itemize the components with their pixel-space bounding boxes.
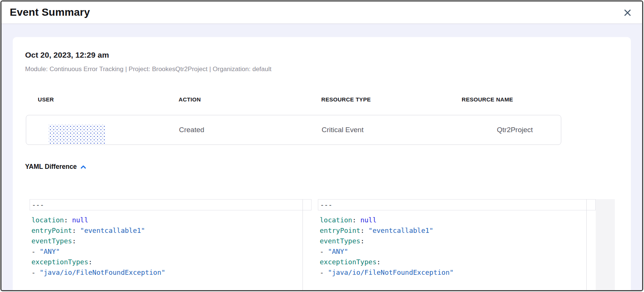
code-line: - "java/io/FileNotFoundException" <box>30 267 312 278</box>
yaml-diff-viewer: --- location: nullentryPoint: "eventcall… <box>30 199 615 290</box>
code-token: : <box>352 216 361 224</box>
code-token: "eventcallable1" <box>80 226 145 234</box>
code-line: entryPoint: "eventcallable1" <box>318 225 596 236</box>
code-line: location: null <box>30 215 312 225</box>
pane-divider <box>586 199 587 290</box>
code-token: eventTypes <box>320 237 360 245</box>
code-line: eventTypes: <box>318 236 596 246</box>
code-token: "java/io/FileNotFoundException" <box>328 268 454 276</box>
code-line: eventTypes: <box>30 236 312 246</box>
diff-pane-left[interactable]: --- location: nullentryPoint: "eventcall… <box>30 199 312 290</box>
redacted-user-pattern <box>49 125 106 145</box>
code-token: "ANY" <box>40 247 60 255</box>
code-token: exceptionTypes <box>320 258 377 266</box>
code-token: "ANY" <box>328 247 348 255</box>
code-token: --- <box>32 201 44 209</box>
code-token: - <box>31 247 40 255</box>
column-header: ACTION <box>179 96 201 103</box>
column-header: USER <box>38 96 54 103</box>
code-token: eventTypes <box>31 237 72 245</box>
audit-table-row: Created Critical Event Qtr2Project <box>26 115 561 145</box>
close-button[interactable] <box>622 7 633 19</box>
action-cell: Created <box>179 115 204 145</box>
code-token: - <box>320 268 328 276</box>
code-token: --- <box>320 201 332 209</box>
code-token: entryPoint <box>320 226 360 234</box>
modal-body: Oct 20, 2023, 12:29 am Module: Continuou… <box>1 24 642 290</box>
event-timestamp: Oct 20, 2023, 12:29 am <box>25 51 109 60</box>
modal-title: Event Summary <box>10 6 90 18</box>
code-body: location: nullentryPoint: "eventcallable… <box>318 210 596 278</box>
code-token: "java/io/FileNotFoundException" <box>40 268 165 276</box>
audit-table-header-row: USERACTIONRESOURCE TYPERESOURCE NAME <box>13 96 631 104</box>
code-line: - "ANY" <box>318 246 596 257</box>
yaml-difference-label: YAML Difference <box>25 163 77 171</box>
close-icon <box>623 8 632 18</box>
column-header: RESOURCE NAME <box>462 96 513 103</box>
code-token: location <box>320 216 352 224</box>
code-line: exceptionTypes: <box>30 257 312 267</box>
code-token: - <box>31 268 40 276</box>
code-token: - <box>320 247 328 255</box>
column-header: RESOURCE TYPE <box>321 96 371 103</box>
code-line: - "java/io/FileNotFoundException" <box>318 267 596 278</box>
code-token: : <box>72 226 80 234</box>
code-line: exceptionTypes: <box>318 257 596 267</box>
modal-header: Event Summary <box>1 1 642 24</box>
diff-scrollbar-track[interactable] <box>596 199 615 290</box>
code-token: : <box>72 237 76 245</box>
code-token: : <box>64 216 72 224</box>
yaml-difference-toggle[interactable]: YAML Difference <box>25 162 86 171</box>
event-summary-modal: Event Summary Oct 20, 2023, 12:29 am Mod… <box>0 0 643 291</box>
code-token: null <box>72 216 88 224</box>
event-summary-card: Oct 20, 2023, 12:29 am Module: Continuou… <box>13 37 631 290</box>
diff-pane-right[interactable]: --- location: nullentryPoint: "eventcall… <box>318 199 596 290</box>
doc-start-line: --- <box>30 199 312 210</box>
code-token: : <box>360 237 364 245</box>
code-token: "eventcallable1" <box>368 226 433 234</box>
resource-type-cell: Critical Event <box>322 115 364 145</box>
code-token: : <box>360 226 368 234</box>
pane-divider <box>303 199 303 290</box>
code-line: location: null <box>318 215 596 225</box>
code-line: entryPoint: "eventcallable1" <box>30 225 312 236</box>
event-context: Module: Continuous Error Tracking | Proj… <box>25 66 271 73</box>
code-token: entryPoint <box>31 226 72 234</box>
code-token: null <box>360 216 376 224</box>
code-token: exceptionTypes <box>31 258 88 266</box>
code-line: - "ANY" <box>30 246 312 257</box>
code-token: location <box>31 216 64 224</box>
doc-start-line: --- <box>318 199 596 210</box>
pane-gap <box>312 199 318 290</box>
code-token: : <box>88 258 92 266</box>
resource-name-cell: Qtr2Project <box>497 115 533 145</box>
code-body: location: nullentryPoint: "eventcallable… <box>30 210 312 278</box>
code-token: : <box>377 258 381 266</box>
chevron-up-icon <box>80 163 86 170</box>
